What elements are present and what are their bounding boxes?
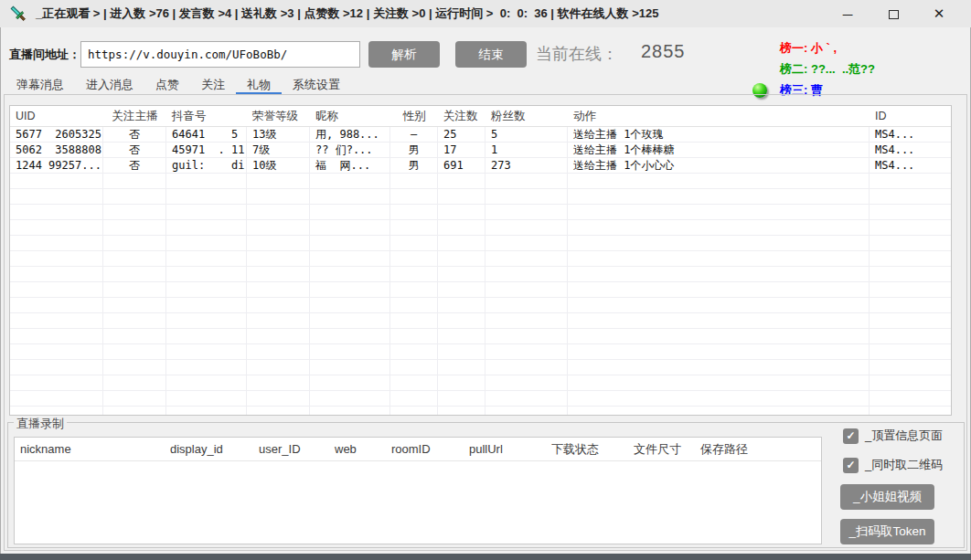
- table-cell: [166, 174, 247, 188]
- maximize-button[interactable]: [870, 6, 916, 22]
- table-cell: [486, 220, 568, 235]
- table-cell: [568, 205, 870, 219]
- table-cell: [870, 282, 952, 297]
- table-cell: [486, 344, 568, 359]
- table-cell: [568, 236, 870, 250]
- column-header: 下载状态: [546, 441, 628, 458]
- scan-token-button[interactable]: _扫码取Token: [840, 519, 934, 544]
- table-cell: [870, 251, 952, 266]
- table-cell: [166, 329, 247, 343]
- table-cell: [310, 267, 390, 281]
- column-header: 关注主播: [103, 109, 166, 124]
- column-header: roomID: [386, 442, 464, 456]
- table-cell: [103, 220, 166, 235]
- table-cell: [310, 189, 390, 204]
- table-cell: [390, 236, 438, 250]
- table-cell: [438, 391, 486, 406]
- table-cell: [568, 391, 870, 406]
- tab-follows[interactable]: 关注: [190, 77, 236, 95]
- table-cell: [568, 360, 870, 375]
- table-cell: [390, 360, 438, 375]
- tab-enter-messages[interactable]: 进入消息: [75, 77, 144, 95]
- table-cell: [103, 282, 166, 297]
- table-cell: [103, 391, 166, 406]
- table-cell: [166, 205, 247, 219]
- table-cell: [870, 407, 952, 416]
- tab-system-settings[interactable]: 系统设置: [282, 77, 351, 95]
- table-cell: [103, 360, 166, 375]
- table-cell: [486, 282, 568, 297]
- table-cell: [390, 205, 438, 219]
- close-button[interactable]: ✕: [916, 5, 962, 22]
- table-row-empty: [10, 236, 951, 251]
- table-row[interactable]: 5062 3588808否45971 . 117级?? 们?...男171送给主…: [10, 143, 951, 158]
- sword-icon: [9, 5, 27, 23]
- table-cell: [310, 236, 390, 250]
- table-cell: [310, 344, 390, 359]
- gift-table-body: 5677 2605325否64641 513级用, 988...–255送给主播…: [10, 127, 951, 416]
- table-cell: [103, 344, 166, 359]
- table-cell: [310, 220, 390, 235]
- tab-danmu-messages[interactable]: 弹幕消息: [5, 77, 75, 95]
- table-cell: [166, 391, 247, 406]
- table-cell: [486, 267, 568, 281]
- table-cell: [10, 251, 103, 266]
- table-cell: [10, 360, 103, 375]
- room-url-input[interactable]: [80, 41, 360, 68]
- table-cell: [166, 298, 247, 312]
- table-cell: 1: [486, 143, 568, 157]
- table-cell: [486, 360, 568, 375]
- table-cell: [486, 251, 568, 266]
- table-cell: [438, 282, 486, 297]
- table-cell: [10, 174, 103, 188]
- table-row-empty: [10, 375, 951, 391]
- table-cell: [310, 391, 390, 406]
- titlebar: _正在观看 > | 进入数 >76 | 发言数 >4 | 送礼数 >3 | 点赞…: [0, 0, 971, 27]
- window-controls: ─ ✕: [825, 5, 962, 22]
- table-cell: [568, 313, 870, 328]
- table-row-empty: [10, 329, 951, 344]
- table-cell: [247, 174, 310, 188]
- table-row-empty: [10, 267, 951, 282]
- table-cell: [166, 344, 247, 359]
- table-cell: [310, 313, 390, 328]
- table-cell: 5677 2605325: [10, 127, 103, 142]
- table-cell: [247, 236, 310, 250]
- table-row[interactable]: 5677 2605325否64641 513级用, 988...–255送给主播…: [10, 127, 951, 143]
- table-cell: [10, 236, 103, 250]
- table-row-empty: [10, 313, 951, 329]
- tab-likes[interactable]: 点赞: [144, 77, 190, 95]
- table-cell: –: [390, 127, 438, 142]
- minimize-button[interactable]: ─: [825, 6, 870, 22]
- girl-video-button[interactable]: _小姐姐视频: [840, 484, 934, 510]
- table-cell: [390, 407, 438, 416]
- tab-gifts[interactable]: 礼物: [236, 77, 282, 95]
- table-cell: [568, 329, 870, 343]
- table-cell: ?? 们?...: [310, 143, 390, 157]
- pin-info-checkbox[interactable]: ✓: [843, 428, 859, 444]
- table-cell: [10, 298, 103, 312]
- table-cell: [103, 236, 166, 250]
- column-header: 粉丝数: [486, 109, 568, 124]
- parse-button[interactable]: 解析: [368, 41, 440, 68]
- table-cell: [10, 189, 103, 204]
- table-row[interactable]: 1244 99257...否guil: di10级福 网...男691273送给…: [10, 158, 951, 174]
- table-cell: [103, 407, 166, 416]
- rank-text: 榜二: ??... ..范??: [780, 61, 875, 78]
- table-cell: 否: [103, 127, 166, 142]
- table-cell: [568, 220, 870, 235]
- table-cell: [870, 329, 952, 343]
- table-cell: [870, 205, 952, 219]
- table-cell: [870, 174, 952, 188]
- table-cell: 送给主播 1个玫瑰: [568, 127, 870, 142]
- recording-list-body: [15, 461, 821, 544]
- table-cell: 5: [486, 127, 568, 142]
- table-cell: [103, 375, 166, 390]
- column-header: pullUrl: [464, 442, 546, 456]
- stop-button[interactable]: 结束: [455, 41, 527, 68]
- table-row-empty: [10, 391, 951, 407]
- table-cell: [310, 205, 390, 219]
- table-cell: [247, 391, 310, 406]
- qr-code-checkbox[interactable]: ✓: [843, 458, 859, 473]
- table-cell: [310, 329, 390, 343]
